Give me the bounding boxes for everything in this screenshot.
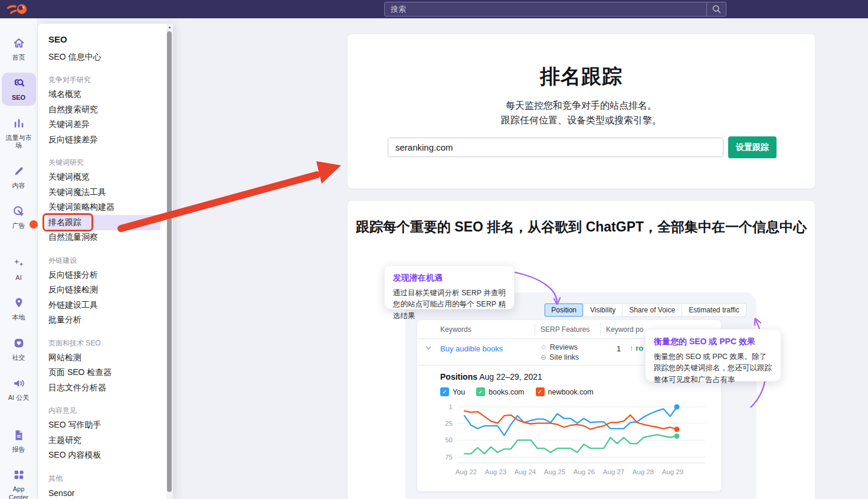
sidebar-item-content[interactable]: 内容 xyxy=(2,161,36,194)
chart-heading: Positions Aug 22–29, 2021 xyxy=(440,372,542,381)
svg-text:Aug 22: Aug 22 xyxy=(456,468,477,475)
report-icon xyxy=(12,429,25,444)
menu-item-外链建设工具[interactable]: 外链建设工具 xyxy=(48,298,162,313)
svg-text:25: 25 xyxy=(445,420,453,427)
column-serp-features: SERP Features xyxy=(541,325,589,334)
sidebar-item-local[interactable]: 本地 xyxy=(2,292,36,325)
feature-title: 跟踪每个重要的 SEO 排名，从谷歌到 ChatGPT，全部集中在一个信息中心 xyxy=(351,216,811,238)
flyout-scrollbar[interactable]: ▲ xyxy=(166,24,173,499)
menu-item-sensor[interactable]: Sensor xyxy=(48,485,162,499)
sidebar-item-app-center[interactable]: App Center xyxy=(2,464,36,499)
svg-text:Aug 29: Aug 29 xyxy=(662,468,683,475)
tooltip-discover-opportunities: 发现潜在机遇 通过目标关键词分析 SERP 并查明您的站点可能占用的每个 SER… xyxy=(384,265,515,309)
search-button[interactable] xyxy=(706,2,726,16)
menu-item-排名跟踪[interactable]: 排名跟踪 xyxy=(47,215,161,230)
menu-item-反向链接检测[interactable]: 反向链接检测 xyxy=(48,283,162,298)
menu-item-自然搜索研究[interactable]: 自然搜索研究 xyxy=(48,102,162,118)
menu-item-自然流量洞察[interactable]: 自然流量洞察 xyxy=(48,230,162,246)
sidebar-item-traffic-market[interactable]: 流量与市场 xyxy=(2,113,36,154)
rank-tracking-hero-card: 排名跟踪 每天监控您和竞争对手的站点排名。 跟踪任何位置、设备类型或搜索引擎。 … xyxy=(347,34,815,189)
sidebar-item-label: SEO xyxy=(12,94,25,102)
legend-checkbox[interactable]: ✓ xyxy=(536,387,545,396)
menu-item-反向链接分析[interactable]: 反向链接分析 xyxy=(48,268,162,283)
menu-item-反向链接差异[interactable]: 反向链接差异 xyxy=(48,132,162,148)
sidebar: 首页SEO流量与市场内容广告AI本地社交AI 公关报告App Center xyxy=(0,18,38,499)
sidebar-item-home[interactable]: 首页 xyxy=(2,32,36,66)
legend-item-you[interactable]: ✓You xyxy=(440,387,465,396)
chevron-down-icon[interactable] xyxy=(425,344,432,351)
menu-item-关键词魔法工具[interactable]: 关键词魔法工具 xyxy=(48,185,162,200)
page-title: 排名跟踪 xyxy=(348,63,815,90)
sidebar-item-ai-pr[interactable]: AI 公关 xyxy=(2,373,36,406)
tab-estimated-traffic[interactable]: Estimated traffic xyxy=(682,304,746,317)
set-tracking-button[interactable]: 设置跟踪 xyxy=(728,136,777,158)
bar-chart-icon xyxy=(12,117,25,132)
tab-share-of-voice[interactable]: Share of Voice xyxy=(622,304,682,317)
menu-item-日志文件分析器[interactable]: 日志文件分析器 xyxy=(48,380,162,396)
flyout-section-header: 其他 xyxy=(48,471,173,485)
tab-position[interactable]: Position xyxy=(545,304,583,317)
arrow-up-icon: ↑ xyxy=(630,344,636,353)
sidebar-item-label: AI xyxy=(15,274,21,282)
scroll-up-arrow[interactable]: ▲ xyxy=(167,25,172,29)
map-pin-icon xyxy=(12,296,25,312)
flyout-section-header: 内容意见 xyxy=(48,404,173,418)
ads-click-icon xyxy=(12,205,25,220)
sidebar-item-social[interactable]: 社交 xyxy=(2,332,36,366)
flyout-title: SEO xyxy=(48,34,173,50)
tab-visibility[interactable]: Visibility xyxy=(583,304,622,317)
keyword-link[interactable]: Buy audible books xyxy=(440,344,503,353)
sidebar-item-ads[interactable]: 广告 xyxy=(2,201,36,234)
home-icon xyxy=(12,37,25,52)
sidebar-item-label: 本地 xyxy=(12,314,25,322)
svg-text:Aug 26: Aug 26 xyxy=(574,468,595,475)
flyout-section-header: 页面和技术 SEO xyxy=(48,336,173,350)
scrollbar-thumb[interactable] xyxy=(167,31,172,492)
column-keywords: Keywords xyxy=(440,325,471,334)
flyout-section-header: 竞争对手研究 xyxy=(48,73,173,87)
legend-item-newbook.com[interactable]: ✓newbook.com xyxy=(536,387,594,396)
domain-input[interactable] xyxy=(388,138,723,157)
serp-features-cell: ☆Reviews ⊖Site links xyxy=(541,343,579,363)
legend-checkbox[interactable]: ✓ xyxy=(476,387,485,396)
svg-text:Aug 23: Aug 23 xyxy=(485,468,506,475)
sidebar-item-seo[interactable]: SEO xyxy=(2,73,36,106)
search-input[interactable] xyxy=(385,2,706,16)
menu-item-域名概览[interactable]: 域名概览 xyxy=(48,87,162,103)
legend-checkbox[interactable]: ✓ xyxy=(440,387,449,396)
menu-item-关键词概览[interactable]: 关键词概览 xyxy=(48,170,162,185)
flyout-section-header: 关键词研究 xyxy=(48,156,173,170)
menu-item-网站检测[interactable]: 网站检测 xyxy=(48,350,162,366)
mockup-tabs: PositionVisibilityShare of VoiceEstimate… xyxy=(544,303,746,317)
menu-item-批量分析[interactable]: 批量分析 xyxy=(48,313,162,328)
global-search xyxy=(384,2,726,17)
position-change: ↑ ro xyxy=(630,344,643,353)
svg-text:Aug 24: Aug 24 xyxy=(515,468,536,475)
menu-item-页面-seo-检查器[interactable]: 页面 SEO 检查器 xyxy=(48,366,162,381)
sidebar-item-reports[interactable]: 报告 xyxy=(2,425,36,458)
svg-text:50: 50 xyxy=(445,436,453,443)
menu-item-seo-写作助手[interactable]: SEO 写作助手 xyxy=(48,418,162,433)
semrush-logo[interactable] xyxy=(6,2,33,17)
menu-item-主题研究[interactable]: 主题研究 xyxy=(48,433,162,448)
sidebar-item-label: 广告 xyxy=(12,222,25,230)
rank-tracker-mockup: PositionVisibilityShare of VoiceEstimate… xyxy=(405,292,756,499)
sidebar-item-label: AI 公关 xyxy=(8,394,29,402)
sidebar-item-label: 首页 xyxy=(12,54,25,62)
sidebar-item-ai[interactable]: AI xyxy=(2,253,36,286)
legend-item-books.com[interactable]: ✓books.com xyxy=(476,387,524,396)
app-grid-icon xyxy=(12,468,25,484)
topbar xyxy=(0,0,868,18)
sparkles-icon xyxy=(12,257,25,272)
menu-item-关键词策略构建器[interactable]: 关键词策略构建器 xyxy=(48,200,162,216)
keyword-position-value: 1 xyxy=(617,344,621,353)
megaphone-icon xyxy=(12,377,25,392)
menu-item-seo-信息中心[interactable]: SEO 信息中心 xyxy=(48,50,162,65)
sidebar-item-label: 内容 xyxy=(12,182,25,190)
chart-legend: ✓You✓books.com✓newbook.com xyxy=(440,387,594,396)
menu-item-关键词差异[interactable]: 关键词差异 xyxy=(48,118,162,133)
page-subtitle: 每天监控您和竞争对手的站点排名。 跟踪任何位置、设备类型或搜索引擎。 xyxy=(348,99,815,128)
menu-item-seo-内容模板[interactable]: SEO 内容模板 xyxy=(48,448,162,464)
positions-line-chart: 1255075Aug 22Aug 23Aug 24Aug 25Aug 26Aug… xyxy=(423,400,715,486)
column-keyword-position: Keyword po xyxy=(606,325,643,334)
